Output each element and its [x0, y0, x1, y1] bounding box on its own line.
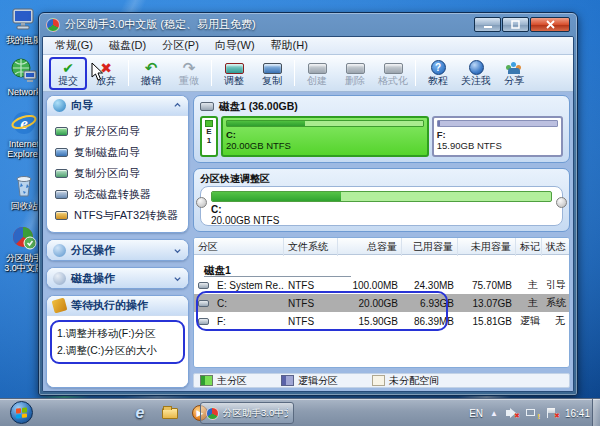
- copy-disk-icon: [263, 63, 282, 74]
- usage-bar: [226, 120, 424, 127]
- action-center-flag-icon[interactable]: ✖: [545, 407, 558, 419]
- computer-icon: [9, 4, 39, 34]
- hidden-icons-button[interactable]: ▲: [490, 409, 498, 418]
- pending-operations-header[interactable]: 等待执行的操作: [47, 296, 188, 316]
- taskbar-explorer-icon[interactable]: [160, 403, 180, 423]
- system-tray: EN ▲ ✖ ! ✖ 16:41: [469, 399, 590, 426]
- pending-operation-item[interactable]: 2.调整(C:)分区的大小: [57, 342, 178, 359]
- disk-group-row[interactable]: 磁盘1: [194, 255, 569, 276]
- taskbar-app-button[interactable]: 分区助手3.0中文版 (...: [200, 402, 294, 424]
- start-button[interactable]: [10, 401, 33, 424]
- resize-handle-right[interactable]: [556, 197, 567, 208]
- sidebar-item-copy-partition-wizard[interactable]: 复制分区向导: [55, 163, 184, 184]
- partition-ops-section-header[interactable]: 分区操作: [47, 240, 188, 260]
- column-flag[interactable]: 标记: [516, 238, 542, 256]
- column-free[interactable]: 未用容量: [458, 238, 516, 256]
- copy-button[interactable]: 复制: [253, 57, 291, 90]
- partition-icon: [198, 282, 209, 289]
- redo-button: ↷ 重做: [170, 57, 208, 90]
- table-row-c[interactable]: C: NTFS 20.00GB 6.93GB 13.07GB 主 系统: [194, 294, 569, 312]
- network-status-icon[interactable]: !: [525, 407, 538, 419]
- column-status[interactable]: 状态: [542, 238, 570, 256]
- pending-operation-item[interactable]: 1.调整并移动(F:)分区: [57, 325, 178, 342]
- partition-block-c[interactable]: C: 20.00GB NTFS: [221, 116, 429, 157]
- menu-disk[interactable]: 磁盘(D): [101, 37, 154, 54]
- chevron-down-icon: [173, 246, 182, 255]
- x-icon: ✖: [100, 60, 112, 75]
- question-icon: ?: [431, 60, 446, 75]
- resize-bar[interactable]: [211, 191, 552, 202]
- desktop-icon-label: Network: [7, 87, 40, 97]
- column-partition[interactable]: 分区: [194, 238, 284, 256]
- sidebar-item-ntfs-fat32-converter[interactable]: NTFS与FAT32转换器: [55, 205, 184, 226]
- delete-button: 删除: [336, 57, 374, 90]
- column-total[interactable]: 总容量: [338, 238, 402, 256]
- partition-assistant-icon: [9, 222, 39, 252]
- volume-icon[interactable]: ✖: [505, 407, 518, 419]
- disk-ops-section-header[interactable]: 磁盘操作: [47, 268, 188, 288]
- legend: 主分区 逻辑分区 未分配空间: [193, 373, 570, 388]
- maximize-icon: [511, 20, 520, 29]
- partition-ops-panel: 分区操作: [46, 239, 189, 261]
- usage-bar: [205, 120, 213, 127]
- minimize-button[interactable]: [474, 17, 501, 32]
- minimize-icon: [484, 21, 492, 29]
- windows-logo-icon: [16, 407, 27, 418]
- sidebar-item-extend-partition-wizard[interactable]: 扩展分区向导: [55, 121, 184, 142]
- app-icon: [46, 18, 60, 32]
- resize-button[interactable]: 调整: [215, 57, 253, 90]
- clock[interactable]: 16:41: [565, 408, 590, 419]
- desktop-icon-label: 回收站: [11, 201, 38, 211]
- taskbar-ie-icon[interactable]: e: [130, 403, 150, 423]
- menu-wizard[interactable]: 向导(W): [207, 37, 263, 54]
- window-title: 分区助手3.0中文版 (稳定、易用且免费): [65, 17, 470, 32]
- disk-icon: [200, 102, 214, 111]
- ie-icon: e: [9, 108, 39, 138]
- titlebar[interactable]: 分区助手3.0中文版 (稳定、易用且免费): [42, 13, 574, 36]
- primary-swatch-icon: [200, 375, 213, 386]
- resize-handle-left[interactable]: [196, 197, 207, 208]
- toolbar: ✔ 提交 ✖ 放弃 ↶ 撤销 ↷ 重做: [43, 55, 573, 92]
- usage-bar: [437, 120, 558, 127]
- undo-button[interactable]: ↶ 撤销: [132, 57, 170, 90]
- discard-button[interactable]: ✖ 放弃: [87, 57, 125, 90]
- unallocated-swatch-icon: [372, 375, 385, 386]
- menu-partition[interactable]: 分区(P): [154, 37, 207, 54]
- share-button[interactable]: 分享: [495, 57, 533, 90]
- redo-icon: ↷: [183, 60, 196, 75]
- show-desktop-button[interactable]: [592, 399, 600, 426]
- format-disk-icon: [384, 63, 403, 74]
- close-icon: [546, 20, 555, 29]
- tutorial-button[interactable]: ? 教程: [419, 57, 457, 90]
- table-row-f[interactable]: F: NTFS 15.90GB 86.39MB 15.81GB 逻辑 无: [194, 312, 569, 330]
- partition-block-f[interactable]: F: 15.90GB NTFS: [432, 116, 563, 157]
- quick-adjust-box: C: 20.00GB NTFS: [200, 186, 563, 226]
- disk-title: 磁盘1 (36.00GB): [219, 100, 298, 114]
- partition-block-e[interactable]: E 1: [200, 116, 218, 157]
- column-used[interactable]: 已用容量: [402, 238, 458, 256]
- sidebar-item-dynamic-disk-converter[interactable]: 动态磁盘转换器: [55, 184, 184, 205]
- menu-help[interactable]: 帮助(H): [263, 37, 316, 54]
- commit-button[interactable]: ✔ 提交: [49, 57, 87, 90]
- chevron-down-icon: [173, 274, 182, 283]
- legend-unallocated: 未分配空间: [372, 374, 439, 388]
- maximize-button[interactable]: [502, 17, 529, 32]
- main-area: 磁盘1 (36.00GB) E 1 C: 20.00GB NT: [193, 95, 570, 388]
- disk-overview-panel: 磁盘1 (36.00GB) E 1 C: 20.00GB NT: [193, 95, 570, 163]
- menu-general[interactable]: 常规(G): [47, 37, 101, 54]
- language-indicator[interactable]: EN: [469, 408, 483, 419]
- wizards-section-header[interactable]: 向导: [47, 96, 188, 116]
- disk-ops-icon: [53, 272, 66, 285]
- close-button[interactable]: [530, 17, 570, 32]
- people-icon: [506, 62, 522, 75]
- table-row-e[interactable]: E: System Re... NTFS 100.00MB 24.30MB 75…: [194, 276, 569, 294]
- quick-adjust-title: 分区快速调整区: [200, 172, 563, 185]
- check-icon: ✔: [62, 60, 74, 75]
- sidebar-item-copy-disk-wizard[interactable]: 复制磁盘向导: [55, 142, 184, 163]
- column-filesystem[interactable]: 文件系统: [284, 238, 338, 256]
- pending-operations-panel: 等待执行的操作 1.调整并移动(F:)分区 2.调整(C:)分区的大小: [46, 295, 189, 388]
- format-button: 格式化: [374, 57, 412, 90]
- wizard-section-icon: [53, 99, 66, 112]
- undo-icon: ↶: [145, 60, 158, 75]
- follow-me-button[interactable]: 关注我: [457, 57, 495, 90]
